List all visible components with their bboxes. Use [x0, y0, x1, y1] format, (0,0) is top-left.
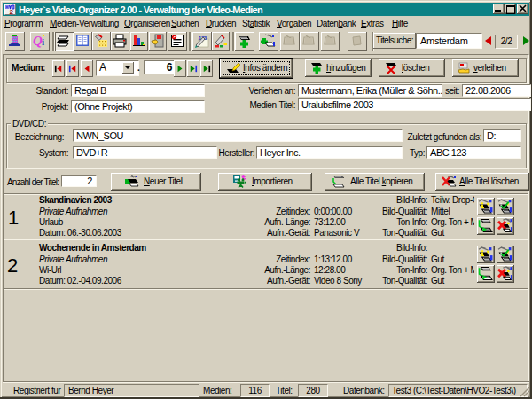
- svg-text:i: i: [42, 36, 44, 47]
